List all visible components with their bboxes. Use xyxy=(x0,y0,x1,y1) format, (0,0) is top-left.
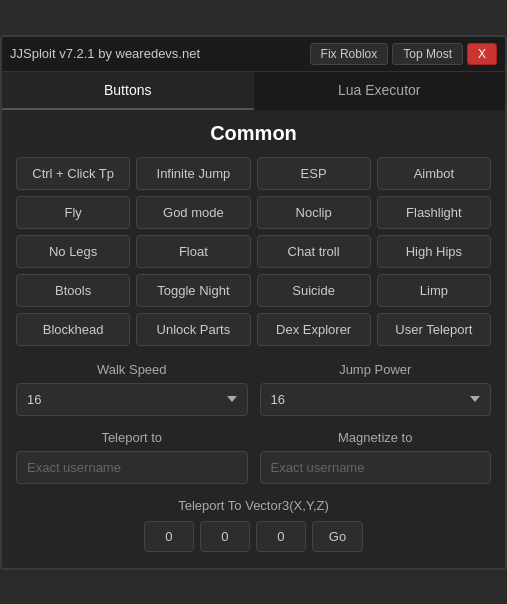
magnetize-to-label: Magnetize to xyxy=(260,430,492,445)
aimbot-button[interactable]: Aimbot xyxy=(377,157,491,190)
tab-bar: Buttons Lua Executor xyxy=(2,72,505,110)
god-mode-button[interactable]: God mode xyxy=(136,196,250,229)
jump-power-group: Jump Power 16 32 50 100 xyxy=(260,362,492,416)
noclip-button[interactable]: Noclip xyxy=(257,196,371,229)
dex-explorer-button[interactable]: Dex Explorer xyxy=(257,313,371,346)
chat-troll-button[interactable]: Chat troll xyxy=(257,235,371,268)
fly-button[interactable]: Fly xyxy=(16,196,130,229)
vector-inputs: Go xyxy=(144,521,363,552)
section-title: Common xyxy=(16,122,491,145)
app-window: JJSploit v7.2.1 by wearedevs.net Fix Rob… xyxy=(0,35,507,570)
walk-speed-group: Walk Speed 16 32 50 100 xyxy=(16,362,248,416)
title-actions: Fix Roblox Top Most X xyxy=(310,43,497,65)
jump-power-label: Jump Power xyxy=(260,362,492,377)
user-teleport-button[interactable]: User Teleport xyxy=(377,313,491,346)
high-hips-button[interactable]: High Hips xyxy=(377,235,491,268)
vector-z-input[interactable] xyxy=(256,521,306,552)
float-button[interactable]: Float xyxy=(136,235,250,268)
app-title: JJSploit v7.2.1 by wearedevs.net xyxy=(10,46,200,61)
walk-speed-select[interactable]: 16 32 50 100 xyxy=(16,383,248,416)
limp-button[interactable]: Limp xyxy=(377,274,491,307)
blockhead-button[interactable]: Blockhead xyxy=(16,313,130,346)
walk-speed-label: Walk Speed xyxy=(16,362,248,377)
top-most-button[interactable]: Top Most xyxy=(392,43,463,65)
fix-roblox-button[interactable]: Fix Roblox xyxy=(310,43,389,65)
magnetize-to-group: Magnetize to xyxy=(260,430,492,484)
flashlight-button[interactable]: Flashlight xyxy=(377,196,491,229)
no-legs-button[interactable]: No Legs xyxy=(16,235,130,268)
speed-power-row: Walk Speed 16 32 50 100 Jump Power 16 32… xyxy=(16,362,491,416)
teleport-magnetize-row: Teleport to Magnetize to xyxy=(16,430,491,484)
tab-buttons[interactable]: Buttons xyxy=(2,72,254,110)
tab-lua-executor[interactable]: Lua Executor xyxy=(254,72,506,110)
main-content: Common Ctrl + Click Tp Infinite Jump ESP… xyxy=(2,110,505,568)
suicide-button[interactable]: Suicide xyxy=(257,274,371,307)
button-grid: Ctrl + Click Tp Infinite Jump ESP Aimbot… xyxy=(16,157,491,346)
vector-y-input[interactable] xyxy=(200,521,250,552)
infinite-jump-button[interactable]: Infinite Jump xyxy=(136,157,250,190)
close-button[interactable]: X xyxy=(467,43,497,65)
vector-label: Teleport To Vector3(X,Y,Z) xyxy=(178,498,329,513)
btools-button[interactable]: Btools xyxy=(16,274,130,307)
esp-button[interactable]: ESP xyxy=(257,157,371,190)
go-button[interactable]: Go xyxy=(312,521,363,552)
magnetize-to-input[interactable] xyxy=(260,451,492,484)
vector-x-input[interactable] xyxy=(144,521,194,552)
teleport-to-input[interactable] xyxy=(16,451,248,484)
teleport-to-label: Teleport to xyxy=(16,430,248,445)
toggle-night-button[interactable]: Toggle Night xyxy=(136,274,250,307)
ctrl-click-tp-button[interactable]: Ctrl + Click Tp xyxy=(16,157,130,190)
unlock-parts-button[interactable]: Unlock Parts xyxy=(136,313,250,346)
teleport-to-group: Teleport to xyxy=(16,430,248,484)
jump-power-select[interactable]: 16 32 50 100 xyxy=(260,383,492,416)
vector-section: Teleport To Vector3(X,Y,Z) Go xyxy=(16,498,491,552)
title-bar: JJSploit v7.2.1 by wearedevs.net Fix Rob… xyxy=(2,37,505,72)
